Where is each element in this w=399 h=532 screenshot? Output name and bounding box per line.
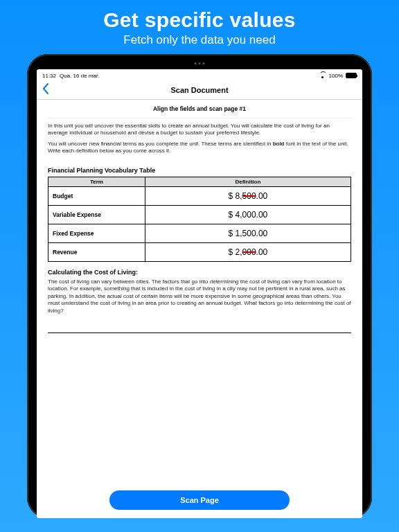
screen: 11:32 Qua. 16 de mar. 100% Scan Document… (37, 69, 362, 518)
back-button[interactable] (42, 83, 52, 97)
vocab-table-title: Financial Planning Vocabulary Table (48, 167, 351, 174)
promo-subtitle: Fetch only the data you need (103, 33, 296, 47)
nav-title: Scan Document (37, 86, 362, 94)
struck-part: 000 (242, 247, 256, 257)
value-cell[interactable]: $ 2,000.00 (145, 243, 351, 262)
intro-paragraph-1: In this unit you will uncover the essent… (48, 123, 351, 136)
tablet-frame: 11:32 Qua. 16 de mar. 100% Scan Document… (27, 54, 372, 518)
battery-icon (346, 73, 357, 78)
wifi-icon (319, 73, 326, 78)
table-row: Revenue $ 2,000.00 (48, 243, 351, 262)
divider-line (48, 332, 351, 333)
col-term: Term (48, 177, 145, 187)
intro2-a: You will uncover new financial terms as … (48, 141, 273, 147)
table-row: Fixed Expense $ 1,500.00 (48, 224, 351, 243)
tablet-camera-dots (195, 62, 205, 64)
chevron-left-icon (42, 83, 49, 94)
status-time: 11:32 (42, 73, 56, 79)
document-content: Align the fields and scan page #1 In thi… (37, 100, 362, 518)
intro-paragraph-2: You will uncover new financial terms as … (48, 141, 351, 154)
status-date: Qua. 16 de mar. (60, 73, 99, 79)
status-bar: 11:32 Qua. 16 de mar. 100% (37, 69, 362, 80)
vocab-table: Term Definition Budget $ 8,500.00 Variab… (48, 177, 351, 262)
value-cell[interactable]: $ 4,000.00 (145, 206, 351, 224)
promo-title: Get specific values (103, 8, 296, 32)
section2-title: Calculating the Cost of Living: (48, 269, 351, 276)
term-cell: Revenue (48, 243, 145, 262)
table-row: Budget $ 8,500.00 (48, 187, 351, 206)
status-battery-pct: 100% (329, 73, 343, 79)
section2-body: The cost of living can vary between citi… (48, 278, 351, 314)
table-row: Variable Expense $ 4,000.00 (48, 206, 351, 224)
struck-part: 500 (242, 191, 256, 201)
value-cell[interactable]: $ 1,500.00 (145, 224, 351, 243)
term-cell: Fixed Expense (48, 224, 145, 243)
col-definition: Definition (145, 177, 351, 187)
term-cell: Budget (48, 187, 145, 206)
align-instruction: Align the fields and scan page #1 (48, 104, 351, 118)
term-cell: Variable Expense (48, 206, 145, 224)
intro2-bold: bold (273, 141, 285, 147)
value-cell[interactable]: $ 8,500.00 (145, 187, 351, 206)
scan-page-button[interactable]: Scan Page (109, 490, 290, 510)
table-header-row: Term Definition (48, 177, 351, 187)
nav-bar: Scan Document (37, 80, 362, 100)
promo-banner: Get specific values Fetch only the data … (103, 0, 296, 51)
